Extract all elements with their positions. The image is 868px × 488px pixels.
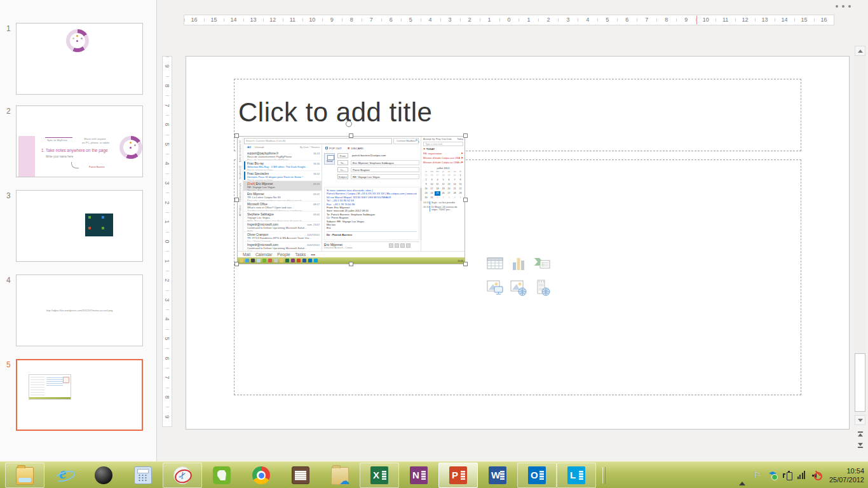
ruler-number: 15 — [794, 15, 814, 25]
app-icon: W — [489, 466, 506, 484]
taskbar-clock[interactable]: 10:54 25/07/2012 — [827, 466, 864, 484]
nav-item: Mail — [243, 252, 250, 257]
send-button: Send — [324, 153, 335, 165]
selected-picture-outlook-screenshot[interactable]: Boîte de réception 52Brouillons [2]Éléme… — [237, 136, 465, 264]
ruler-number: 7 — [163, 95, 172, 115]
ruler-number: 2 — [163, 193, 172, 212]
resize-handle-n[interactable] — [349, 133, 353, 138]
slide-canvas[interactable]: Click to add title — [186, 56, 850, 430]
ruler-number: 1 — [163, 212, 172, 232]
email-item: 16:16 Fnac Blu-ray Sélection Blu-Ray : 1… — [243, 161, 322, 171]
next-slide-button[interactable] — [855, 440, 865, 451]
action-center-flag-icon[interactable]: ⚐ — [754, 471, 763, 480]
ruler-number: 9 — [163, 407, 172, 426]
slide-number: 4 — [6, 276, 11, 285]
taskbar-word[interactable]: W — [478, 463, 517, 488]
to-label: To... — [337, 160, 348, 165]
mini-app-icon — [308, 259, 312, 262]
slide-number: 2 — [6, 107, 11, 116]
scroll-up-button[interactable] — [855, 46, 865, 56]
email-item: sam. 21/07 Imgsrdr@microsoft.com Continu… — [243, 222, 322, 232]
insert-table-icon[interactable] — [485, 254, 505, 273]
task-item: RE: organisation⚑ — [423, 151, 463, 156]
ruler-number: 3 — [558, 15, 578, 25]
ruler-number: 5 — [597, 15, 617, 25]
screenshot-outlook-nav: MailCalendarPeopleTasks••• — [238, 251, 465, 257]
show-hidden-icons-button[interactable] — [739, 471, 748, 480]
mini-app-icon — [262, 259, 266, 262]
scrollbar-thumb[interactable] — [855, 353, 865, 412]
taskbar-reader[interactable] — [281, 463, 320, 488]
taskbar-snipping-tool[interactable] — [163, 463, 202, 488]
taskbar-media-app[interactable] — [84, 463, 123, 488]
dropbox-icon[interactable] — [768, 471, 777, 480]
thumb2-share-text2: on PC, phone, or tablet — [82, 141, 109, 144]
app-icon: L — [567, 466, 585, 484]
taskbar-calculator[interactable] — [123, 463, 163, 488]
ruler-number: 13 — [755, 15, 775, 25]
mini-app-icon — [314, 259, 318, 262]
mini-app-icon — [285, 259, 289, 262]
taskbar-outlook[interactable]: O — [517, 463, 557, 488]
resize-handle-w[interactable] — [234, 198, 239, 202]
resize-handle-s[interactable] — [349, 262, 353, 266]
thumb2-name-text: Write your name here — [46, 155, 73, 158]
rotate-handle[interactable] — [346, 121, 352, 127]
volume-muted-icon[interactable] — [812, 471, 821, 480]
ruler-number: 3 — [163, 173, 172, 193]
scrollbar-track[interactable] — [855, 57, 865, 414]
ruler-number: 4 — [163, 309, 172, 329]
ruler-number: 12 — [735, 15, 755, 25]
slide-number: 1 — [6, 24, 11, 33]
thumb4-url-text: http://odpia.files.wordpress.com/2012/07… — [17, 309, 142, 312]
taskbar-powerpoint[interactable]: P — [438, 463, 478, 488]
vertical-scrollbar — [853, 46, 866, 452]
ruler-number: 8 — [163, 76, 172, 96]
app-icon: O — [528, 466, 546, 484]
taskbar-evernote[interactable] — [202, 463, 241, 488]
app-icon: X — [370, 466, 388, 484]
taskbar-file-explorer[interactable] — [5, 463, 44, 488]
ribbon-options-icon[interactable] — [836, 3, 857, 10]
mini-app-icon — [245, 259, 249, 262]
app-icon: P — [449, 466, 467, 484]
email-item: 09:22 Eric Mijonnet TR: La Lettre Catipi… — [243, 191, 322, 201]
app-icon — [16, 467, 34, 485]
taskbar-lync[interactable]: L — [557, 463, 596, 488]
message-body: Si nous sommes tous d'accords, alors |Pa… — [324, 187, 419, 240]
nav-item: Tasks — [295, 252, 306, 257]
system-tray: ⚐ 10:54 25/07/2012 — [739, 462, 864, 488]
search-icon — [416, 139, 417, 141]
resize-handle-ne[interactable] — [463, 133, 468, 138]
scroll-down-button[interactable] — [855, 415, 865, 425]
ruler-number: 6 — [381, 15, 401, 25]
horizontal-ruler: 1615141312111098765432101234567891011121… — [184, 15, 834, 25]
email-item: 10/07/2012 Imgsrdr@microsoft.com Continu… — [243, 242, 322, 251]
taskbar-internet-explorer[interactable]: e — [44, 463, 84, 488]
ruler-number: 16 — [184, 15, 204, 25]
thumb2-notes-text: 1. Take notes anywhere on the page — [41, 148, 108, 152]
taskbar-onenote[interactable]: N — [399, 463, 438, 488]
task-item: Mission d'étude Catipia au USA s...⚑ — [423, 160, 463, 165]
ruler-number: 10 — [302, 15, 322, 25]
contact-photo-icons — [389, 243, 410, 248]
power-battery-icon[interactable] — [783, 471, 792, 480]
resize-handle-sw[interactable] — [234, 262, 239, 266]
network-signal-icon[interactable] — [797, 471, 806, 480]
resize-handle-se[interactable] — [463, 262, 468, 266]
taskbar-skydrive[interactable]: ☁ — [320, 463, 360, 488]
insert-pictures-icon[interactable] — [485, 278, 505, 297]
taskbar-excel[interactable]: X — [360, 463, 399, 488]
previous-slide-button[interactable] — [855, 429, 865, 439]
mini-app-icon — [280, 259, 283, 262]
insert-online-pictures-icon[interactable] — [509, 278, 528, 297]
flag-icon: ⚑ — [461, 151, 463, 156]
taskbar-chrome[interactable] — [241, 463, 281, 488]
ruler-number: 15 — [204, 15, 224, 25]
resize-handle-nw[interactable] — [234, 133, 239, 138]
resize-handle-e[interactable] — [463, 198, 468, 202]
thumb2-share-text1: Share with anyone — [84, 137, 106, 140]
insert-video-icon[interactable] — [532, 278, 552, 297]
insert-smartart-icon[interactable] — [532, 254, 552, 273]
insert-chart-icon[interactable] — [509, 254, 528, 273]
